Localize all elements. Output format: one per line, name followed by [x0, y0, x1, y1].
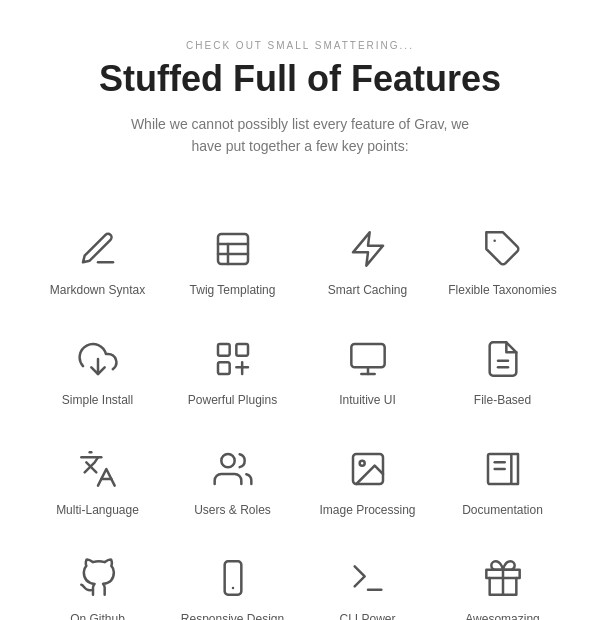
feature-item-multi-language: Multi-Language: [30, 427, 165, 537]
bolt-icon: [344, 225, 392, 273]
cli-icon: [344, 554, 392, 602]
feature-label-markdown-syntax: Markdown Syntax: [50, 283, 145, 299]
feature-item-flexible-taxonomies: Flexible Taxonomies: [435, 207, 570, 317]
tag-icon: [479, 225, 527, 273]
feature-item-responsive-design: Responsive Design: [165, 536, 300, 620]
feature-label-on-github: On Github: [70, 612, 125, 620]
svg-point-15: [221, 454, 234, 467]
users-icon: [209, 445, 257, 493]
svg-rect-0: [218, 234, 248, 264]
feature-label-twig-templating: Twig Templating: [190, 283, 276, 299]
feature-label-flexible-taxonomies: Flexible Taxonomies: [448, 283, 557, 299]
twig-icon: [209, 225, 257, 273]
feature-item-smart-caching: Smart Caching: [300, 207, 435, 317]
pencil-icon: [74, 225, 122, 273]
feature-item-users-roles: Users & Roles: [165, 427, 300, 537]
svg-rect-21: [224, 561, 241, 594]
image-icon: [344, 445, 392, 493]
header-section: CHECK OUT SMALL SMATTERING... Stuffed Fu…: [0, 0, 600, 187]
feature-item-awesomazing: Awesomazing: [435, 536, 570, 620]
feature-label-cli-power: CLI Power: [339, 612, 395, 620]
feature-item-twig-templating: Twig Templating: [165, 207, 300, 317]
svg-marker-4: [353, 233, 383, 266]
subtitle-text: While we cannot possibly list every feat…: [120, 113, 480, 158]
svg-point-17: [359, 460, 364, 465]
feature-label-image-processing: Image Processing: [319, 503, 415, 519]
gift-icon: [479, 554, 527, 602]
feature-item-on-github: On Github: [30, 536, 165, 620]
cloud-down-icon: [74, 335, 122, 383]
features-grid: Markdown SyntaxTwig TemplatingSmart Cach…: [0, 187, 600, 620]
feature-item-file-based: File-Based: [435, 317, 570, 427]
feature-label-awesomazing: Awesomazing: [465, 612, 539, 620]
page-title: Stuffed Full of Features: [60, 59, 540, 99]
svg-rect-7: [218, 344, 230, 356]
mobile-icon: [209, 554, 257, 602]
feature-label-simple-install: Simple Install: [62, 393, 133, 409]
eyebrow-text: CHECK OUT SMALL SMATTERING...: [60, 40, 540, 51]
feature-label-responsive-design: Responsive Design: [181, 612, 284, 620]
file-icon: [479, 335, 527, 383]
feature-item-cli-power: CLI Power: [300, 536, 435, 620]
feature-item-markdown-syntax: Markdown Syntax: [30, 207, 165, 317]
feature-item-powerful-plugins: Powerful Plugins: [165, 317, 300, 427]
feature-item-intuitive-ui: Intuitive UI: [300, 317, 435, 427]
svg-rect-9: [218, 362, 230, 374]
feature-label-documentation: Documentation: [462, 503, 543, 519]
feature-label-file-based: File-Based: [474, 393, 531, 409]
feature-label-multi-language: Multi-Language: [56, 503, 139, 519]
feature-item-simple-install: Simple Install: [30, 317, 165, 427]
svg-rect-8: [236, 344, 248, 356]
feature-item-image-processing: Image Processing: [300, 427, 435, 537]
monitor-icon: [344, 335, 392, 383]
svg-rect-10: [351, 344, 384, 367]
github-icon: [74, 554, 122, 602]
feature-label-users-roles: Users & Roles: [194, 503, 271, 519]
feature-label-powerful-plugins: Powerful Plugins: [188, 393, 277, 409]
feature-item-documentation: Documentation: [435, 427, 570, 537]
plugins-icon: [209, 335, 257, 383]
translate-icon: [74, 445, 122, 493]
feature-label-smart-caching: Smart Caching: [328, 283, 407, 299]
book-icon: [479, 445, 527, 493]
feature-label-intuitive-ui: Intuitive UI: [339, 393, 396, 409]
